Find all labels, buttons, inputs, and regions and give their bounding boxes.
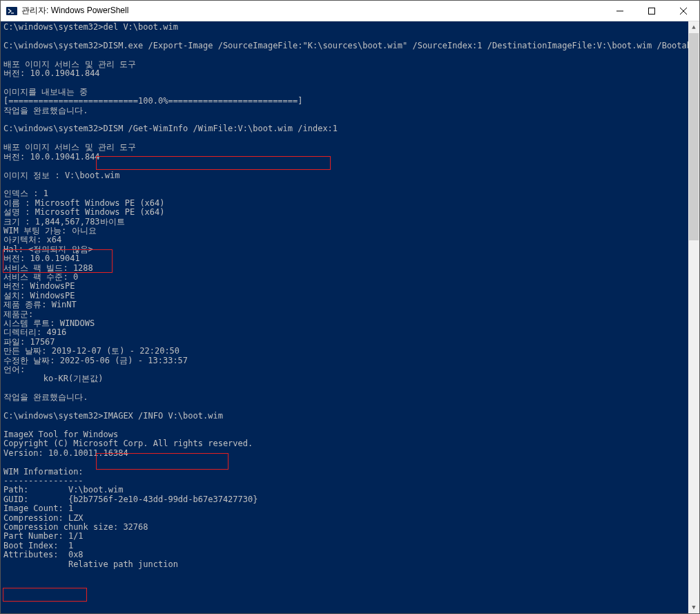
dism-done: 작업을 완료했습니다. xyxy=(3,106,88,115)
imagex-attr: Attributes: 0x8 xyxy=(3,550,84,559)
command-dism-export: DISM.exe /Export-Image /SourceImageFile:… xyxy=(104,41,689,50)
dism-wimboot: WIM 부팅 가능: 아니요 xyxy=(3,226,97,236)
svg-rect-3 xyxy=(649,8,655,14)
command-dism-getwiminfo: DISM /Get-WimInfo /WimFile:V:\boot.wim /… xyxy=(104,124,338,133)
minimize-icon xyxy=(616,8,623,15)
command-imagex: IMAGEX /INFO V:\boot.wim xyxy=(104,411,223,421)
imagex-chunk: Compression chunk size: 32768 xyxy=(3,522,148,532)
scroll-up-button[interactable]: ▲ xyxy=(688,21,699,33)
imagex-part: Part Number: 1/1 xyxy=(3,531,84,541)
dism-ver: 버전: 10.0.19041 xyxy=(3,253,80,263)
imagex-bootindex: Boot Index: 1 xyxy=(3,541,73,550)
dism-progress: [==========================100.0%=======… xyxy=(3,96,302,106)
dism-name: 이름 : Microsoft Windows PE (x64) xyxy=(3,198,165,208)
dism-title: 배포 이미지 서비스 및 관리 도구 xyxy=(3,59,136,69)
maximize-icon xyxy=(648,8,655,15)
dism-created: 만든 날짜: 2019-12-07 (토) - 22:20:50 xyxy=(3,346,179,356)
dism-splevel: 서비스 팩 수준: 0 xyxy=(3,272,78,282)
dism-prodtype: 제품 종류: WinNT xyxy=(3,300,77,309)
dism-arch: 아키텍처: x64 xyxy=(3,235,61,244)
dism-lang-label: 언어: xyxy=(3,365,25,374)
imagex-attr2: Relative path junction xyxy=(3,559,178,569)
powershell-icon xyxy=(6,6,17,17)
dism-index: 인덱스 : 1 xyxy=(3,189,48,198)
dism-files: 파일: 17567 xyxy=(3,337,55,347)
dism-version: 버전: 10.0.19041.844 xyxy=(3,68,100,78)
prompt: C:\windows\system32> xyxy=(3,124,104,133)
scroll-track[interactable] xyxy=(688,33,699,602)
maximize-button[interactable] xyxy=(636,1,668,21)
window-frame: 관리자: Windows PowerShell C:\windows\syste… xyxy=(0,0,700,614)
chevron-up-icon: ▲ xyxy=(692,24,695,31)
dism-done: 작업을 완료했습니다. xyxy=(3,392,88,402)
imagex-guid: GUID: {b2b7756f-2e10-43dd-99dd-b67e37427… xyxy=(3,495,257,504)
scroll-down-button[interactable]: ▼ xyxy=(688,602,699,613)
terminal-output: C:\windows\system32>del V:\boot.wim C:\w… xyxy=(1,21,688,570)
dism-spbuild: 서비스 팩 빌드: 1288 xyxy=(3,263,93,273)
chevron-down-icon: ▼ xyxy=(692,604,695,611)
dism-modified: 수정한 날짜: 2022-05-06 (금) - 13:33:57 xyxy=(3,356,188,365)
dism-version: 버전: 10.0.19041.844 xyxy=(3,152,100,162)
scroll-thumb[interactable] xyxy=(689,33,699,240)
imagex-copy: Copyright (C) Microsoft Corp. All rights… xyxy=(3,439,253,448)
dism-desc: 설명 : Microsoft Windows PE (x64) xyxy=(3,207,165,217)
imagex-ver: Version: 10.0.10011.16384 xyxy=(3,448,128,458)
window-title: 관리자: Windows PowerShell xyxy=(21,5,128,17)
minimize-button[interactable] xyxy=(604,1,636,21)
dism-install: 설치: WindowsPE xyxy=(3,291,75,300)
terminal-area[interactable]: C:\windows\system32>del V:\boot.wim C:\w… xyxy=(1,21,699,613)
dism-dirs: 디렉터리: 4916 xyxy=(3,327,66,337)
imagex-count: Image Count: 1 xyxy=(3,503,73,513)
close-icon xyxy=(680,8,687,15)
prompt: C:\windows\system32> xyxy=(3,41,104,50)
imagex-path: Path: V:\boot.wim xyxy=(3,485,123,495)
prompt: C:\windows\system32> xyxy=(3,411,104,421)
dism-lang-val: ko-KR(기본값) xyxy=(3,374,103,383)
dism-image-info: 이미지 정보 : V:\boot.wim xyxy=(3,171,119,180)
highlight-box-4 xyxy=(3,588,87,602)
dism-hal: Hal: <정의되지 않음> xyxy=(3,244,93,254)
titlebar[interactable]: 관리자: Windows PowerShell xyxy=(1,1,699,21)
vertical-scrollbar[interactable]: ▲ ▼ xyxy=(688,21,699,613)
imagex-hdr: WIM Information: xyxy=(3,467,84,477)
dism-sysroot: 시스템 루트: WINDOWS xyxy=(3,318,95,328)
dism-prodgrp: 제품군: xyxy=(3,309,33,319)
command-del: del V:\boot.wim xyxy=(104,22,178,32)
dism-title: 배포 이미지 서비스 및 관리 도구 xyxy=(3,142,136,152)
dism-exporting: 이미지를 내보내는 중 xyxy=(3,87,88,97)
dism-size: 크기 : 1,844,567,783바이트 xyxy=(3,217,125,227)
imagex-compression: Compression: LZX xyxy=(3,513,84,523)
imagex-rule: ---------------- xyxy=(3,476,84,486)
imagex-title: ImageX Tool for Windows xyxy=(3,430,118,439)
prompt: C:\windows\system32> xyxy=(3,22,104,32)
dism-edition: 버전: WindowsPE xyxy=(3,281,75,291)
close-button[interactable] xyxy=(668,1,699,21)
